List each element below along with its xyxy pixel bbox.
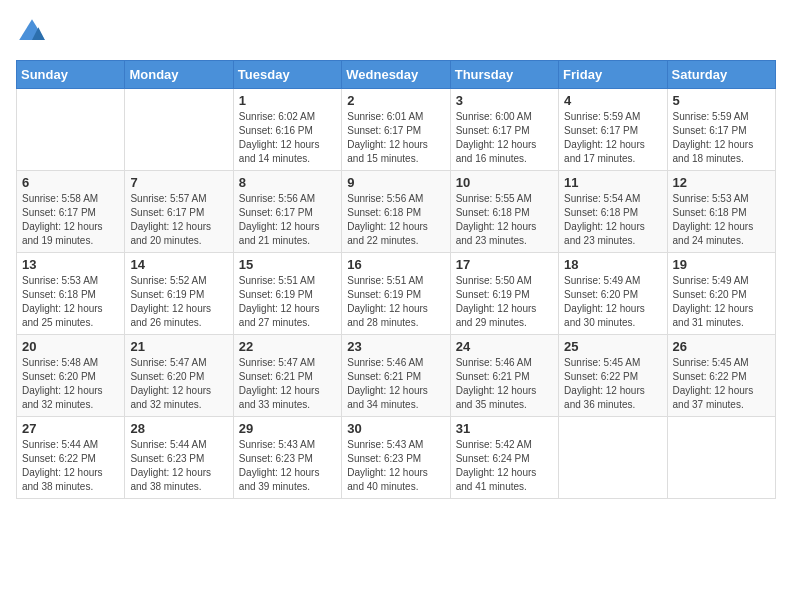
day-number: 5	[673, 93, 770, 108]
day-number: 19	[673, 257, 770, 272]
day-number: 2	[347, 93, 444, 108]
calendar-cell: 26Sunrise: 5:45 AM Sunset: 6:22 PM Dayli…	[667, 335, 775, 417]
day-number: 17	[456, 257, 553, 272]
day-info: Sunrise: 5:44 AM Sunset: 6:23 PM Dayligh…	[130, 438, 227, 494]
calendar-cell: 29Sunrise: 5:43 AM Sunset: 6:23 PM Dayli…	[233, 417, 341, 499]
calendar-cell: 8Sunrise: 5:56 AM Sunset: 6:17 PM Daylig…	[233, 171, 341, 253]
day-number: 30	[347, 421, 444, 436]
day-number: 25	[564, 339, 661, 354]
calendar-cell: 11Sunrise: 5:54 AM Sunset: 6:18 PM Dayli…	[559, 171, 667, 253]
calendar-cell: 27Sunrise: 5:44 AM Sunset: 6:22 PM Dayli…	[17, 417, 125, 499]
day-number: 4	[564, 93, 661, 108]
logo	[16, 16, 52, 48]
calendar-cell: 1Sunrise: 6:02 AM Sunset: 6:16 PM Daylig…	[233, 89, 341, 171]
day-number: 13	[22, 257, 119, 272]
day-number: 28	[130, 421, 227, 436]
day-info: Sunrise: 5:53 AM Sunset: 6:18 PM Dayligh…	[22, 274, 119, 330]
day-info: Sunrise: 5:45 AM Sunset: 6:22 PM Dayligh…	[673, 356, 770, 412]
day-info: Sunrise: 6:02 AM Sunset: 6:16 PM Dayligh…	[239, 110, 336, 166]
calendar-cell	[17, 89, 125, 171]
day-info: Sunrise: 5:47 AM Sunset: 6:21 PM Dayligh…	[239, 356, 336, 412]
day-number: 14	[130, 257, 227, 272]
day-info: Sunrise: 5:57 AM Sunset: 6:17 PM Dayligh…	[130, 192, 227, 248]
day-info: Sunrise: 6:01 AM Sunset: 6:17 PM Dayligh…	[347, 110, 444, 166]
day-number: 11	[564, 175, 661, 190]
day-info: Sunrise: 5:43 AM Sunset: 6:23 PM Dayligh…	[347, 438, 444, 494]
calendar-week-row: 1Sunrise: 6:02 AM Sunset: 6:16 PM Daylig…	[17, 89, 776, 171]
day-info: Sunrise: 5:48 AM Sunset: 6:20 PM Dayligh…	[22, 356, 119, 412]
day-number: 16	[347, 257, 444, 272]
calendar-cell: 25Sunrise: 5:45 AM Sunset: 6:22 PM Dayli…	[559, 335, 667, 417]
logo-icon	[16, 16, 48, 48]
weekday-header: Tuesday	[233, 61, 341, 89]
day-number: 12	[673, 175, 770, 190]
calendar-header-row: SundayMondayTuesdayWednesdayThursdayFrid…	[17, 61, 776, 89]
day-info: Sunrise: 5:59 AM Sunset: 6:17 PM Dayligh…	[564, 110, 661, 166]
day-number: 7	[130, 175, 227, 190]
weekday-header: Wednesday	[342, 61, 450, 89]
day-number: 10	[456, 175, 553, 190]
calendar-cell: 21Sunrise: 5:47 AM Sunset: 6:20 PM Dayli…	[125, 335, 233, 417]
day-number: 22	[239, 339, 336, 354]
calendar-cell: 19Sunrise: 5:49 AM Sunset: 6:20 PM Dayli…	[667, 253, 775, 335]
day-info: Sunrise: 5:51 AM Sunset: 6:19 PM Dayligh…	[347, 274, 444, 330]
calendar-cell: 20Sunrise: 5:48 AM Sunset: 6:20 PM Dayli…	[17, 335, 125, 417]
day-info: Sunrise: 5:51 AM Sunset: 6:19 PM Dayligh…	[239, 274, 336, 330]
calendar-week-row: 20Sunrise: 5:48 AM Sunset: 6:20 PM Dayli…	[17, 335, 776, 417]
day-number: 23	[347, 339, 444, 354]
calendar-cell: 28Sunrise: 5:44 AM Sunset: 6:23 PM Dayli…	[125, 417, 233, 499]
day-number: 1	[239, 93, 336, 108]
calendar-cell	[559, 417, 667, 499]
day-number: 29	[239, 421, 336, 436]
day-info: Sunrise: 5:49 AM Sunset: 6:20 PM Dayligh…	[564, 274, 661, 330]
day-info: Sunrise: 5:49 AM Sunset: 6:20 PM Dayligh…	[673, 274, 770, 330]
day-info: Sunrise: 5:56 AM Sunset: 6:18 PM Dayligh…	[347, 192, 444, 248]
calendar-cell: 3Sunrise: 6:00 AM Sunset: 6:17 PM Daylig…	[450, 89, 558, 171]
calendar-cell: 22Sunrise: 5:47 AM Sunset: 6:21 PM Dayli…	[233, 335, 341, 417]
calendar-cell: 6Sunrise: 5:58 AM Sunset: 6:17 PM Daylig…	[17, 171, 125, 253]
calendar-week-row: 6Sunrise: 5:58 AM Sunset: 6:17 PM Daylig…	[17, 171, 776, 253]
day-info: Sunrise: 5:53 AM Sunset: 6:18 PM Dayligh…	[673, 192, 770, 248]
day-number: 9	[347, 175, 444, 190]
calendar-cell: 13Sunrise: 5:53 AM Sunset: 6:18 PM Dayli…	[17, 253, 125, 335]
day-info: Sunrise: 5:45 AM Sunset: 6:22 PM Dayligh…	[564, 356, 661, 412]
calendar-cell: 14Sunrise: 5:52 AM Sunset: 6:19 PM Dayli…	[125, 253, 233, 335]
day-number: 21	[130, 339, 227, 354]
calendar-week-row: 27Sunrise: 5:44 AM Sunset: 6:22 PM Dayli…	[17, 417, 776, 499]
page-header	[16, 16, 776, 48]
day-number: 15	[239, 257, 336, 272]
day-number: 24	[456, 339, 553, 354]
day-info: Sunrise: 5:47 AM Sunset: 6:20 PM Dayligh…	[130, 356, 227, 412]
calendar-cell: 9Sunrise: 5:56 AM Sunset: 6:18 PM Daylig…	[342, 171, 450, 253]
weekday-header: Friday	[559, 61, 667, 89]
day-info: Sunrise: 5:55 AM Sunset: 6:18 PM Dayligh…	[456, 192, 553, 248]
calendar-cell: 16Sunrise: 5:51 AM Sunset: 6:19 PM Dayli…	[342, 253, 450, 335]
weekday-header: Monday	[125, 61, 233, 89]
day-info: Sunrise: 5:50 AM Sunset: 6:19 PM Dayligh…	[456, 274, 553, 330]
day-info: Sunrise: 5:54 AM Sunset: 6:18 PM Dayligh…	[564, 192, 661, 248]
day-number: 27	[22, 421, 119, 436]
day-info: Sunrise: 6:00 AM Sunset: 6:17 PM Dayligh…	[456, 110, 553, 166]
calendar-cell: 31Sunrise: 5:42 AM Sunset: 6:24 PM Dayli…	[450, 417, 558, 499]
day-info: Sunrise: 5:43 AM Sunset: 6:23 PM Dayligh…	[239, 438, 336, 494]
day-info: Sunrise: 5:58 AM Sunset: 6:17 PM Dayligh…	[22, 192, 119, 248]
calendar-cell	[125, 89, 233, 171]
day-info: Sunrise: 5:56 AM Sunset: 6:17 PM Dayligh…	[239, 192, 336, 248]
weekday-header: Sunday	[17, 61, 125, 89]
calendar-cell: 18Sunrise: 5:49 AM Sunset: 6:20 PM Dayli…	[559, 253, 667, 335]
day-info: Sunrise: 5:42 AM Sunset: 6:24 PM Dayligh…	[456, 438, 553, 494]
day-number: 3	[456, 93, 553, 108]
weekday-header: Thursday	[450, 61, 558, 89]
calendar-cell: 17Sunrise: 5:50 AM Sunset: 6:19 PM Dayli…	[450, 253, 558, 335]
calendar-cell: 12Sunrise: 5:53 AM Sunset: 6:18 PM Dayli…	[667, 171, 775, 253]
calendar-cell: 2Sunrise: 6:01 AM Sunset: 6:17 PM Daylig…	[342, 89, 450, 171]
calendar-cell: 30Sunrise: 5:43 AM Sunset: 6:23 PM Dayli…	[342, 417, 450, 499]
day-number: 31	[456, 421, 553, 436]
day-info: Sunrise: 5:52 AM Sunset: 6:19 PM Dayligh…	[130, 274, 227, 330]
day-number: 20	[22, 339, 119, 354]
calendar-cell: 23Sunrise: 5:46 AM Sunset: 6:21 PM Dayli…	[342, 335, 450, 417]
day-info: Sunrise: 5:59 AM Sunset: 6:17 PM Dayligh…	[673, 110, 770, 166]
day-info: Sunrise: 5:46 AM Sunset: 6:21 PM Dayligh…	[347, 356, 444, 412]
day-number: 8	[239, 175, 336, 190]
calendar-cell: 15Sunrise: 5:51 AM Sunset: 6:19 PM Dayli…	[233, 253, 341, 335]
